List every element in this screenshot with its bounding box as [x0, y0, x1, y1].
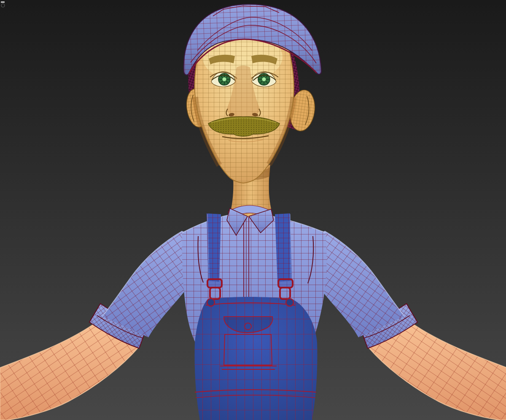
viewport[interactable] — [0, 0, 506, 420]
overalls-bib — [195, 297, 318, 420]
viewport-canvas[interactable] — [0, 0, 506, 420]
